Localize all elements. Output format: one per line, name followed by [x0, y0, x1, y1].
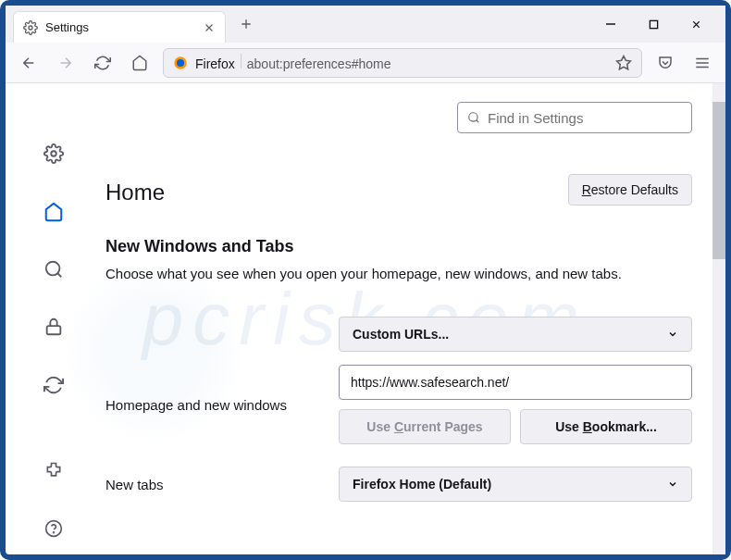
svg-point-10 [469, 113, 477, 121]
newtabs-select[interactable]: Firefox Home (Default) [339, 467, 692, 502]
sidebar-home[interactable] [37, 196, 70, 226]
back-button[interactable] [15, 49, 43, 77]
svg-point-9 [54, 531, 55, 532]
svg-point-6 [46, 262, 60, 276]
gear-icon [23, 20, 38, 35]
svg-rect-7 [47, 327, 61, 335]
sidebar-extensions[interactable] [37, 455, 70, 485]
svg-point-3 [177, 59, 184, 67]
minimize-button[interactable] [598, 11, 624, 37]
tab-title: Settings [45, 20, 195, 34]
close-window-button[interactable] [683, 11, 709, 37]
tab-bar: Settings [6, 6, 725, 43]
address-bar[interactable]: Firefox about:preferences#home [163, 48, 642, 78]
svg-point-0 [29, 26, 32, 30]
address-url: about:preferences#home [247, 56, 391, 71]
settings-search[interactable]: Find in Settings [457, 102, 692, 133]
reload-button[interactable] [89, 49, 117, 77]
svg-point-5 [51, 151, 56, 156]
maximize-button[interactable] [640, 11, 666, 37]
firefox-icon [173, 56, 188, 70]
newtabs-label: New tabs [105, 477, 324, 492]
svg-rect-1 [650, 20, 657, 28]
sidebar-search[interactable] [37, 255, 70, 284]
use-current-pages-button[interactable]: Use Current Pages [339, 409, 511, 444]
sidebar-privacy[interactable] [37, 312, 70, 342]
homepage-select[interactable]: Custom URLs... [339, 317, 692, 352]
menu-button[interactable] [688, 49, 716, 77]
close-icon[interactable] [203, 21, 216, 34]
scrollbar-thumb[interactable] [712, 102, 725, 259]
search-icon [467, 111, 480, 124]
restore-defaults-button[interactable]: Restore Defaults [568, 174, 692, 205]
chevron-down-icon [667, 329, 678, 340]
section-description: Choose what you see when you open your h… [105, 264, 692, 283]
use-bookmark-button[interactable]: Use Bookmark... [520, 409, 692, 444]
new-tab-button[interactable] [233, 11, 259, 37]
svg-marker-4 [617, 56, 631, 68]
sidebar-help[interactable] [37, 514, 70, 543]
browser-tab[interactable]: Settings [13, 11, 226, 43]
forward-button[interactable] [52, 49, 80, 77]
sidebar [6, 83, 102, 554]
pocket-button[interactable] [651, 49, 679, 77]
sidebar-sync[interactable] [37, 370, 70, 400]
toolbar: Firefox about:preferences#home [6, 43, 725, 83]
homepage-url-input[interactable]: https://www.safesearch.net/ [339, 365, 692, 400]
sidebar-general[interactable] [37, 139, 70, 168]
chevron-down-icon [667, 479, 678, 490]
address-prefix: Firefox [195, 56, 235, 71]
home-button[interactable] [126, 49, 154, 77]
search-placeholder: Find in Settings [488, 110, 583, 126]
scrollbar[interactable] [712, 83, 725, 554]
bookmark-star-icon[interactable] [615, 55, 632, 71]
section-title: New Windows and Tabs [105, 237, 692, 256]
main-content: Find in Settings Home Restore Defaults N… [102, 83, 725, 554]
homepage-label: Homepage and new windows [105, 397, 324, 413]
